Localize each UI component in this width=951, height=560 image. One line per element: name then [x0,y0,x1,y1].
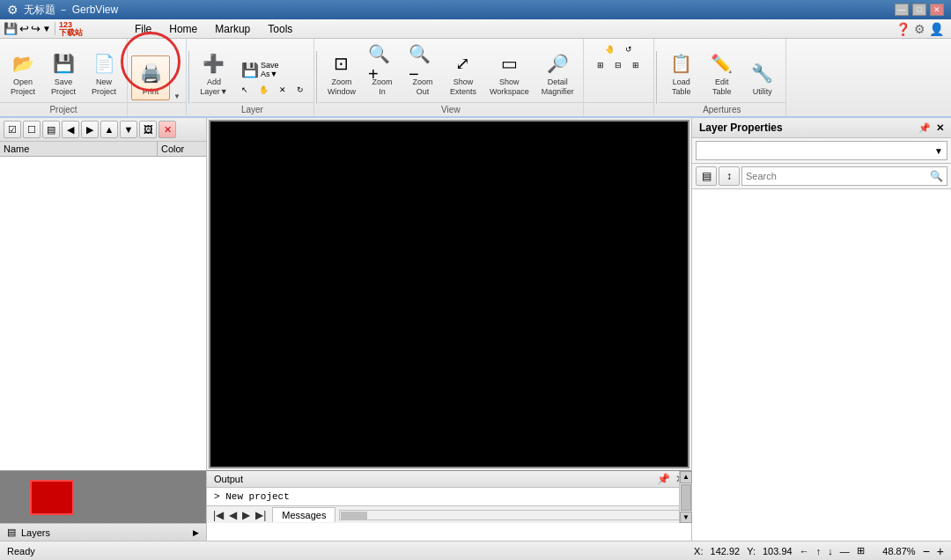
layer-tool-move-right[interactable]: ▶ [81,121,99,138]
layer-tool-uncheck-all[interactable]: ☐ [23,121,41,138]
detail-magnifier-button[interactable]: 🔎 DetailMagnifier [536,46,579,100]
output-pin-button[interactable]: 📌 [657,473,670,485]
output-scrollbar-track[interactable] [680,483,691,512]
left-panel: ☑ ☐ ▤ ◀ ▶ ▲ ▼ 🖼 ✕ Name Color [0,118,207,541]
nav-last-button[interactable]: ▶| [253,509,269,521]
layer-tool-move-up[interactable]: ▲ [100,121,118,138]
orbit-tool-button[interactable]: ↺ [621,42,637,56]
h-scrollbar-thumb[interactable] [341,512,367,520]
search-input[interactable] [746,171,930,181]
print-button[interactable]: 🖨️ Print [131,55,170,100]
layers-col-color-header: Color [158,142,206,156]
y-value: 103.94 [763,546,792,556]
menu-markup[interactable]: Markup [206,21,259,37]
view-tool-1-button[interactable]: ⊞ [593,58,608,72]
open-project-button[interactable]: 📂 Open Project [4,46,42,100]
print-icon: 🖨️ [136,59,165,87]
minimize-button[interactable]: — [895,4,909,16]
prop-grid-button[interactable]: ▤ [696,166,717,186]
menu-home[interactable]: Home [160,21,206,37]
edit-table-button[interactable]: ✏️ EditTable [703,46,741,100]
layer-thumbnail [30,480,74,515]
delete-layer-button[interactable]: ✕ [275,83,291,97]
thumbnail-area [0,470,206,523]
output-panel: Output 📌 ✕ > New project ▲ ▼ [207,470,691,541]
right-panel-pin-button[interactable]: 📌 [918,122,931,134]
right-panel-toolbar: ▤ ↕ 🔍 [692,164,951,189]
layer-tool-move-left[interactable]: ◀ [62,121,79,138]
open-project-icon: 📂 [9,49,37,77]
restore-button[interactable]: □ [912,4,926,16]
show-workspace-icon: ▭ [495,49,523,77]
help-icon[interactable]: ❓ [896,22,910,36]
menu-file[interactable]: File [126,21,160,37]
layers-section-arrow[interactable]: ▶ [193,528,199,537]
apertures-section-label: Apertures [659,102,785,116]
redo-quick-icon[interactable]: ↪ [31,22,41,35]
output-scrollbar-thumb[interactable] [681,484,691,511]
view-section-label: View [319,102,583,116]
settings-icon[interactable]: ⚙ [914,22,925,36]
nav-down-icon[interactable]: ↓ [828,546,833,556]
layer-tool-move-down[interactable]: ▼ [120,121,137,138]
show-extents-button[interactable]: ⤢ ShowExtents [444,46,483,100]
layer-dropdown-arrow[interactable]: ▼ [934,146,943,156]
nav-up-icon[interactable]: ↑ [816,546,822,556]
rotate-tool-button[interactable]: ↻ [292,83,308,97]
view-2-icon: ⊟ [615,61,622,70]
ribbon-view-extra-buttons: 🤚 ↺ ⊞ ⊟ ⊞ [584,41,653,102]
nav-next-button[interactable]: ▶ [240,509,253,521]
move-icon: ✋ [259,85,269,94]
edit-table-label: EditTable [712,77,732,97]
search-icon-button[interactable]: 🔍 [930,170,943,182]
prop-sort-button[interactable]: ↕ [719,166,740,186]
zoom-in-status-button[interactable]: + [937,544,944,558]
undo-quick-icon[interactable]: ↩ [19,22,29,35]
view-tool-2-button[interactable]: ⊟ [610,58,626,72]
select-tool-button[interactable]: ↖ [237,83,253,97]
print-more-arrow[interactable]: ▼ [172,92,182,100]
hand-tool-button[interactable]: 🤚 [601,42,619,56]
print-label: Print [143,87,159,97]
menu-tools[interactable]: Tools [259,21,301,37]
user-icon[interactable]: 👤 [929,22,944,36]
save-as-button[interactable]: 💾 SaveAs▼ [237,58,284,81]
utility-button[interactable]: 🔧 Utility [743,55,782,100]
save-quick-icon[interactable]: 💾 [4,22,18,35]
new-project-button[interactable]: 📄 NewProject [85,46,123,100]
output-scrollbar-down[interactable]: ▼ [680,512,692,524]
layer-tool-grid[interactable]: ▤ [42,121,60,138]
canvas-viewport[interactable] [209,120,689,468]
add-layer-button[interactable]: ➕ AddLayer▼ [195,46,233,100]
show-workspace-button[interactable]: ▭ ShowWorkspace [484,46,534,100]
move-tool-button[interactable]: ✋ [254,83,273,97]
grid-icon[interactable]: ⊞ [857,545,865,556]
save-as-label: SaveAs▼ [261,61,279,78]
layer-tool-image[interactable]: 🖼 [139,121,157,138]
layer-tool-check-all[interactable]: ☑ [4,121,21,138]
view-tool-3-button[interactable]: ⊞ [628,58,644,72]
right-panel-close-button[interactable]: ✕ [936,122,944,134]
layers-section-label[interactable]: ▤ Layers ▶ [0,523,206,541]
layers-list[interactable] [0,157,206,470]
zoom-in-button[interactable]: 🔍+ ZoomIn [363,46,402,100]
close-button[interactable]: ✕ [930,4,944,16]
output-scrollbar-up[interactable]: ▲ [680,471,692,483]
show-extents-label: ShowExtents [450,77,476,97]
layers-col-name-header: Name [0,142,158,156]
nav-first-button[interactable]: |◀ [210,509,226,521]
new-project-label: NewProject [92,77,116,97]
load-table-button[interactable]: 📋 LoadTable [662,46,701,100]
messages-tab[interactable]: Messages [272,507,335,522]
zoom-out-button[interactable]: 🔍− ZoomOut [403,46,442,100]
qat-dropdown-icon[interactable]: ▼ [42,24,51,33]
nav-left-icon[interactable]: ← [800,546,809,556]
select-icon: ↖ [241,85,248,94]
nav-prev-button[interactable]: ◀ [226,509,240,521]
layer-tool-delete[interactable]: ✕ [158,121,176,138]
ribbon-view-extra-section: 🤚 ↺ ⊞ ⊟ ⊞ [584,39,654,116]
layers-section-title: Layers [21,527,50,538]
zoom-window-button[interactable]: ⊡ ZoomWindow [322,46,361,100]
save-project-button[interactable]: 💾 SaveProject [44,46,83,100]
zoom-out-status-button[interactable]: − [923,544,930,558]
